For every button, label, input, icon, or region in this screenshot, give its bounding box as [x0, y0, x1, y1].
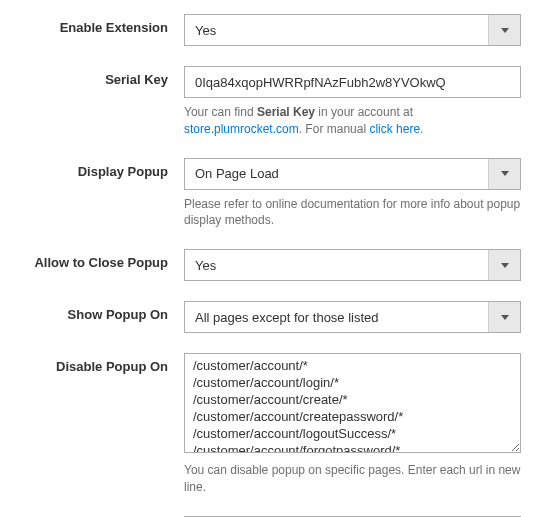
disable-popup-on-label: Disable Popup On — [10, 353, 184, 374]
serial-key-label: Serial Key — [10, 66, 184, 87]
disable-popup-on-textarea[interactable] — [184, 353, 521, 453]
serial-key-note: Your can find Serial Key in your account… — [184, 104, 521, 138]
display-popup-label: Display Popup — [10, 158, 184, 179]
store-link[interactable]: store.plumrocket.com — [184, 122, 299, 136]
chevron-down-icon — [488, 250, 520, 280]
chevron-down-icon — [488, 15, 520, 45]
chevron-down-icon — [488, 302, 520, 332]
chevron-down-icon — [488, 159, 520, 189]
enable-extension-select[interactable]: Yes — [184, 14, 521, 46]
show-popup-on-label: Show Popup On — [10, 301, 184, 322]
display-popup-select[interactable]: On Page Load — [184, 158, 521, 190]
select-value: All pages except for those listed — [185, 310, 488, 325]
select-value: On Page Load — [185, 166, 488, 181]
show-popup-on-select[interactable]: All pages except for those listed — [184, 301, 521, 333]
manual-link[interactable]: click here — [369, 122, 420, 136]
serial-key-input[interactable] — [184, 66, 521, 98]
enable-extension-label: Enable Extension — [10, 14, 184, 35]
allow-close-label: Allow to Close Popup — [10, 249, 184, 270]
select-value: Yes — [185, 258, 488, 273]
disable-popup-on-note: You can disable popup on specific pages.… — [184, 462, 521, 496]
display-popup-note: Please refer to online documentation for… — [184, 196, 521, 230]
select-value: Yes — [185, 23, 488, 38]
allow-close-select[interactable]: Yes — [184, 249, 521, 281]
